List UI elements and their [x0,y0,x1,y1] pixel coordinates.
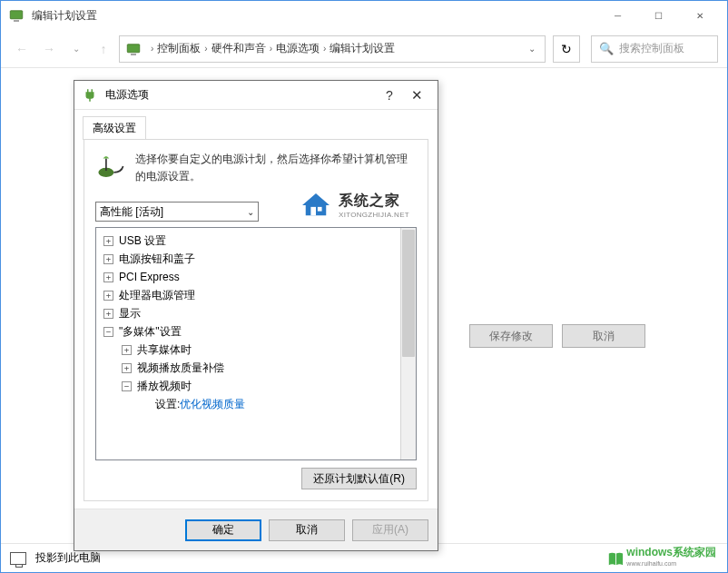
minimize-button[interactable]: ─ [597,3,638,28]
svg-rect-0 [10,11,23,19]
expand-icon[interactable]: + [122,363,132,373]
expand-icon[interactable]: + [103,236,113,246]
tree-item-display[interactable]: +显示 [98,304,414,322]
tree-item-power-button[interactable]: +电源按钮和盖子 [98,250,414,268]
dialog-description: 选择你要自定义的电源计划，然后选择你希望计算机管理的电源设置。 [135,151,417,185]
expand-icon[interactable]: + [103,309,113,319]
nav-back-button[interactable]: ← [10,37,34,61]
cancel-button[interactable]: 取消 [269,519,345,541]
apply-button[interactable]: 应用(A) [352,519,428,541]
tree-scrollbar[interactable] [400,228,416,459]
maximize-button[interactable]: ☐ [638,3,679,28]
setting-value-link[interactable]: 优化视频质量 [180,396,245,412]
navbar: ← → ⌄ ↑ › 控制面板 › 硬件和声音 › 电源选项 › 编辑计划设置 ⌄… [1,30,727,68]
nav-dropdown-button[interactable]: ⌄ [64,37,88,61]
restore-defaults-button[interactable]: 还原计划默认值(R) [301,468,417,489]
tree-item-setting-value[interactable]: 设置: 优化视频质量 [98,395,414,413]
power-plan-select[interactable]: 高性能 [活动] ⌄ [95,202,259,222]
collapse-icon[interactable]: − [122,381,132,391]
power-options-dialog: 电源选项 ? ✕ 高级设置 选择你要自定义的电源计划，然后选择你希望计算机管理的… [74,80,438,551]
power-cord-icon [95,151,126,182]
save-changes-button[interactable]: 保存修改 [469,324,553,348]
breadcrumb[interactable]: › 控制面板 › 硬件和声音 › 电源选项 › 编辑计划设置 ⌄ [119,35,546,63]
expand-icon[interactable]: + [103,272,113,282]
plan-select-value: 高性能 [活动] [100,204,163,220]
close-button[interactable]: ✕ [679,3,720,28]
chevron-right-icon: › [270,44,272,54]
chevron-down-icon: ⌄ [247,207,254,217]
expand-icon[interactable]: + [122,345,132,355]
dialog-body: 高级设置 选择你要自定义的电源计划，然后选择你希望计算机管理的电源设置。 高性能… [74,110,438,509]
search-input[interactable]: 🔍 搜索控制面板 [591,35,718,63]
breadcrumb-item[interactable]: 编辑计划设置 [330,41,395,56]
tree-item-usb[interactable]: +USB 设置 [98,232,414,250]
tree-item-multimedia[interactable]: −"多媒体"设置 [98,322,414,341]
control-panel-icon [8,7,25,24]
svg-rect-2 [127,44,140,52]
tree-item-video-quality-comp[interactable]: +视频播放质量补偿 [98,359,414,377]
collapse-icon[interactable]: − [103,327,113,337]
dialog-title: 电源选项 [105,87,376,103]
tree-item-pci-express[interactable]: +PCI Express [98,268,414,286]
tab-advanced-settings[interactable]: 高级设置 [83,116,146,140]
breadcrumb-item[interactable]: 电源选项 [276,41,320,56]
window-controls: ─ ☐ ✕ [597,3,720,28]
refresh-button[interactable]: ↻ [553,35,580,63]
search-icon: 🔍 [599,42,614,55]
chevron-right-icon: › [204,44,207,54]
tree-item-play-video[interactable]: −播放视频时 [98,377,414,395]
breadcrumb-dropdown-icon[interactable]: ⌄ [523,44,541,54]
chevron-right-icon: › [151,44,153,54]
control-panel-icon [125,41,142,57]
tree-item-share-media[interactable]: +共享媒体时 [98,341,414,359]
main-window-title: 编辑计划设置 [32,8,597,24]
main-titlebar: 编辑计划设置 ─ ☐ ✕ [1,1,727,30]
breadcrumb-item[interactable]: 硬件和声音 [212,41,266,56]
dialog-footer: 确定 取消 应用(A) [74,509,438,550]
dialog-help-button[interactable]: ? [376,88,403,103]
cancel-button[interactable]: 取消 [562,324,645,348]
breadcrumb-item[interactable]: 控制面板 [157,41,201,56]
ok-button[interactable]: 确定 [185,519,261,541]
nav-up-button[interactable]: ↑ [92,37,115,61]
power-plug-icon [82,87,98,104]
dialog-titlebar: 电源选项 ? ✕ [74,81,438,110]
tree-item-processor[interactable]: +处理器电源管理 [98,286,414,304]
svg-rect-3 [131,54,136,55]
scrollbar-thumb[interactable] [402,230,415,357]
expand-icon[interactable]: + [103,254,113,264]
bottom-bar-label[interactable]: 投影到此电脑 [35,550,101,566]
dialog-close-button[interactable]: ✕ [403,87,430,104]
nav-forward-button[interactable]: → [37,37,61,61]
svg-rect-1 [14,20,19,22]
chevron-right-icon: › [323,44,326,54]
expand-icon[interactable]: + [103,291,113,301]
settings-tree[interactable]: +USB 设置 +电源按钮和盖子 +PCI Express +处理器电源管理 +… [95,227,417,460]
project-icon [10,552,26,565]
search-placeholder: 搜索控制面板 [619,41,684,56]
